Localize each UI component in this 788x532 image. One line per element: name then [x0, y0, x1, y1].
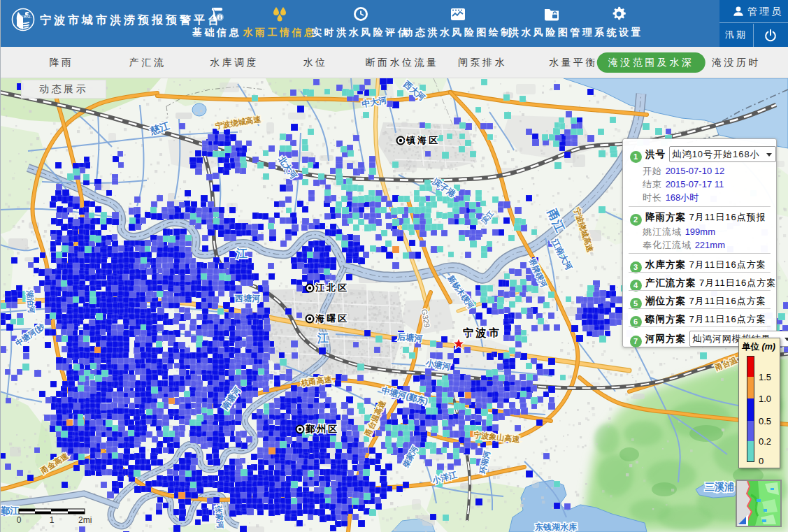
svg-text:西塘河: 西塘河: [234, 294, 260, 303]
svg-text:三溪浦: 三溪浦: [705, 481, 734, 493]
svg-text:江: 江: [236, 247, 248, 259]
svg-text:0: 0: [17, 515, 22, 525]
svg-text:东钱湖水库: 东钱湖水库: [534, 522, 578, 532]
svg-text:海曙区: 海曙区: [315, 313, 349, 324]
svg-text:NBSL: NBSL: [20, 14, 32, 19]
svg-text:鄞江: 鄞江: [0, 505, 20, 516]
svg-text:2mi: 2mi: [78, 515, 92, 525]
svg-text:江: 江: [317, 332, 329, 344]
svg-text:江北区: 江北区: [315, 282, 349, 293]
svg-text:1: 1: [50, 515, 55, 525]
svg-text:鄞州区: 鄞州区: [305, 424, 339, 434]
svg-text:宁波市: 宁波市: [463, 326, 502, 338]
svg-text:镇海区: 镇海区: [406, 135, 440, 145]
